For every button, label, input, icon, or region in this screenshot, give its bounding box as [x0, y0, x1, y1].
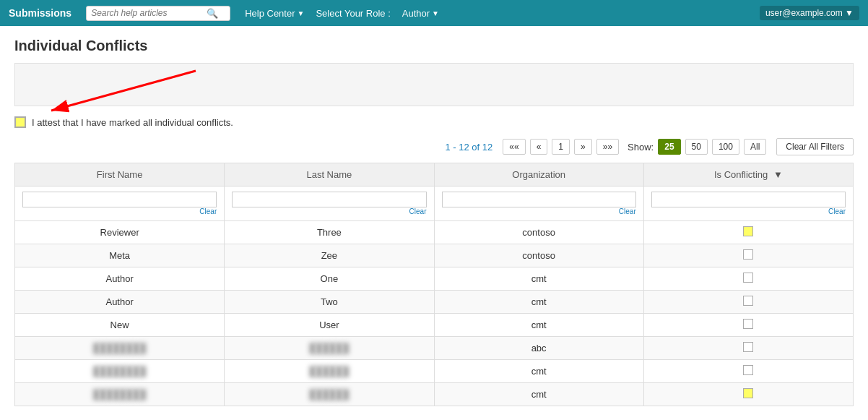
cell-first-name: Reviewer	[15, 221, 225, 244]
page-title: Individual Conflicts	[14, 38, 854, 54]
col-first-name: First Name	[15, 163, 225, 187]
show-25-btn[interactable]: 25	[658, 139, 680, 155]
pagination-info: 1 - 12 of 12	[446, 142, 493, 153]
attestation-label: I attest that I have marked all individu…	[32, 117, 233, 128]
cell-organization: abc	[434, 337, 643, 360]
cell-organization: cmt	[434, 360, 643, 383]
table-header-row: First Name Last Name Organization Is Con…	[15, 163, 854, 187]
table-row: AuthorOnecmt	[15, 267, 854, 291]
filter-conflict-input[interactable]	[651, 192, 846, 207]
table-row: ██████████████cmt	[15, 383, 854, 406]
cell-is-conflicting	[643, 221, 853, 244]
cell-first-name: Author	[15, 267, 225, 291]
prev-page-btn[interactable]: «	[530, 139, 548, 155]
cell-last-name: ██████	[225, 337, 434, 360]
search-icon: 🔍	[207, 8, 218, 19]
red-arrow-annotation	[30, 64, 210, 121]
table-row: MetaZeecontoso	[15, 244, 854, 267]
cell-is-conflicting	[643, 314, 853, 337]
page-number-btn[interactable]: 1	[552, 139, 570, 155]
cell-organization: contoso	[434, 221, 643, 244]
table-row: ██████████████abc	[15, 337, 854, 360]
cell-last-name: Three	[225, 221, 434, 244]
conflicts-table: First Name Last Name Organization Is Con…	[14, 163, 854, 406]
cell-organization: cmt	[434, 314, 643, 337]
cell-last-name: ██████	[225, 383, 434, 406]
filter-org-clear[interactable]: Clear	[442, 207, 636, 215]
cell-first-name: ████████	[15, 360, 225, 383]
conflict-checkbox[interactable]	[743, 388, 753, 398]
cell-first-name: ████████	[15, 383, 225, 406]
table-row: ReviewerThreecontoso	[15, 221, 854, 244]
cell-organization: cmt	[434, 267, 643, 291]
show-50-btn[interactable]: 50	[685, 139, 708, 155]
clear-all-filters-btn[interactable]: Clear All Filters	[776, 138, 854, 155]
conflict-checkbox[interactable]	[743, 319, 753, 329]
conflict-checkbox[interactable]	[743, 273, 753, 283]
search-container[interactable]: 🔍	[86, 6, 230, 21]
cell-organization: cmt	[434, 291, 643, 314]
filter-last-name-cell: Clear	[225, 187, 434, 221]
next-page-btn[interactable]: »	[574, 139, 592, 155]
first-page-btn[interactable]: ««	[503, 139, 525, 155]
help-center-menu[interactable]: Help Center ▼	[245, 8, 304, 19]
select-role-label: Select Your Role :	[316, 8, 390, 19]
pagination-row: 1 - 12 of 12 «« « 1 » »» Show: 25 50 100…	[14, 138, 854, 155]
show-all-btn[interactable]: All	[744, 139, 766, 155]
cell-last-name: Two	[225, 291, 434, 314]
filter-first-name-cell: Clear	[15, 187, 225, 221]
help-center-caret: ▼	[298, 9, 305, 17]
sort-icon: ▼	[773, 169, 783, 180]
attestation-checkbox[interactable]	[14, 116, 26, 128]
conflict-checkbox[interactable]	[743, 249, 753, 260]
filter-first-name-input[interactable]	[22, 192, 217, 207]
cell-organization: contoso	[434, 244, 643, 267]
user-caret: ▼	[845, 8, 854, 18]
cell-first-name: Author	[15, 291, 225, 314]
cell-first-name: New	[15, 314, 225, 337]
app-title: Submissions	[9, 7, 71, 19]
show-100-btn[interactable]: 100	[712, 139, 739, 155]
cell-last-name: One	[225, 267, 434, 291]
svg-line-1	[51, 71, 196, 111]
conflict-checkbox[interactable]	[743, 296, 753, 306]
last-page-btn[interactable]: »»	[596, 139, 619, 155]
filter-conflict-clear[interactable]: Clear	[651, 207, 846, 215]
filter-first-name-clear[interactable]: Clear	[22, 207, 217, 215]
cell-last-name: ██████	[225, 360, 434, 383]
cell-is-conflicting	[643, 383, 853, 406]
conflict-checkbox[interactable]	[743, 342, 753, 352]
header-nav: Help Center ▼ Select Your Role : Author …	[245, 8, 439, 19]
cell-is-conflicting	[643, 360, 853, 383]
page-content: Individual Conflicts I attest that I hav…	[0, 26, 868, 418]
header-user: user@example.com ▼	[760, 6, 859, 20]
cell-organization: cmt	[434, 383, 643, 406]
filter-org-input[interactable]	[442, 192, 636, 207]
search-input[interactable]	[91, 8, 207, 18]
table-body: ReviewerThreecontosoMetaZeecontosoAuthor…	[15, 221, 854, 406]
col-last-name: Last Name	[225, 163, 434, 187]
attestation-row: I attest that I have marked all individu…	[14, 116, 854, 128]
author-menu[interactable]: Author ▼	[402, 8, 439, 19]
filter-org-cell: Clear	[434, 187, 643, 221]
cell-first-name: Meta	[15, 244, 225, 267]
filter-conflict-cell: Clear	[643, 187, 853, 221]
filter-row: Clear Clear Clear Clear	[15, 187, 854, 221]
show-label: Show:	[628, 142, 654, 153]
banner-area	[14, 63, 854, 106]
table-row: ██████████████cmt	[15, 360, 854, 383]
conflict-checkbox[interactable]	[743, 365, 753, 375]
user-name[interactable]: user@example.com ▼	[760, 6, 859, 20]
conflict-checkbox[interactable]	[743, 226, 753, 236]
filter-last-name-input[interactable]	[232, 192, 426, 207]
cell-is-conflicting	[643, 337, 853, 360]
col-organization: Organization	[434, 163, 643, 187]
cell-is-conflicting	[643, 267, 853, 291]
cell-is-conflicting	[643, 244, 853, 267]
filter-last-name-clear[interactable]: Clear	[232, 207, 426, 215]
cell-first-name: ████████	[15, 337, 225, 360]
col-is-conflicting: Is Conflicting ▼	[643, 163, 853, 187]
cell-last-name: User	[225, 314, 434, 337]
table-row: AuthorTwocmt	[15, 291, 854, 314]
table-row: NewUsercmt	[15, 314, 854, 337]
